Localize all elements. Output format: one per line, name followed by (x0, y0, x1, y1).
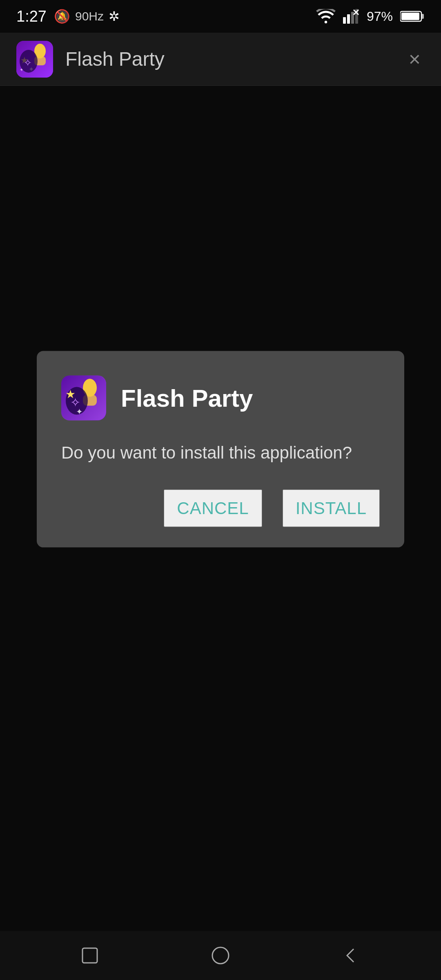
svg-rect-24 (82, 948, 97, 963)
install-dialog: ✧ ★ ✦ Flash Party Do you want to install… (37, 351, 404, 548)
cancel-button[interactable]: CANCEL (164, 489, 262, 527)
status-bar-left: 1:27 🔕 90Hz ✲ (16, 8, 120, 25)
battery-percent: 97% (367, 9, 393, 24)
app-bar-left: ★ ✦ ✦ ✧ Flash Party (16, 41, 165, 78)
bluetooth-icon: ✲ (109, 9, 120, 24)
app-bar: ★ ✦ ✦ ✧ Flash Party × (0, 33, 441, 86)
svg-point-25 (212, 947, 229, 964)
nav-home-button[interactable] (194, 939, 247, 972)
dialog-actions: CANCEL INSTALL (61, 489, 380, 527)
svg-rect-0 (343, 17, 346, 24)
dialog-app-icon: ✧ ★ ✦ (61, 376, 106, 421)
dialog-header: ✧ ★ ✦ Flash Party (61, 376, 380, 421)
nav-recents-button[interactable] (63, 939, 117, 972)
signal-icon (343, 9, 359, 24)
svg-text:✧: ✧ (24, 57, 32, 68)
nav-bar (0, 931, 441, 980)
battery-icon (400, 10, 425, 23)
alarm-off-icon: 🔕 (54, 9, 70, 24)
nav-back-button[interactable] (324, 939, 378, 972)
svg-rect-1 (347, 14, 350, 24)
wifi-icon (316, 9, 336, 24)
status-bar: 1:27 🔕 90Hz ✲ 97% (0, 0, 441, 33)
svg-text:✦: ✦ (76, 407, 83, 416)
svg-rect-8 (401, 13, 419, 20)
dialog-message: Do you want to install this application? (61, 441, 380, 465)
status-bar-right: 97% (316, 9, 425, 24)
svg-rect-7 (421, 14, 424, 19)
close-button[interactable]: × (405, 43, 425, 75)
app-bar-title: Flash Party (65, 48, 165, 70)
svg-rect-2 (351, 12, 354, 24)
refresh-rate-indicator: 90Hz (75, 9, 104, 23)
status-time: 1:27 (16, 8, 47, 25)
install-button[interactable]: INSTALL (283, 489, 380, 527)
status-icons: 🔕 90Hz ✲ (54, 9, 120, 24)
app-bar-icon: ★ ✦ ✦ ✧ (16, 41, 53, 78)
dialog-app-name: Flash Party (121, 384, 253, 412)
svg-text:★: ★ (65, 388, 76, 401)
